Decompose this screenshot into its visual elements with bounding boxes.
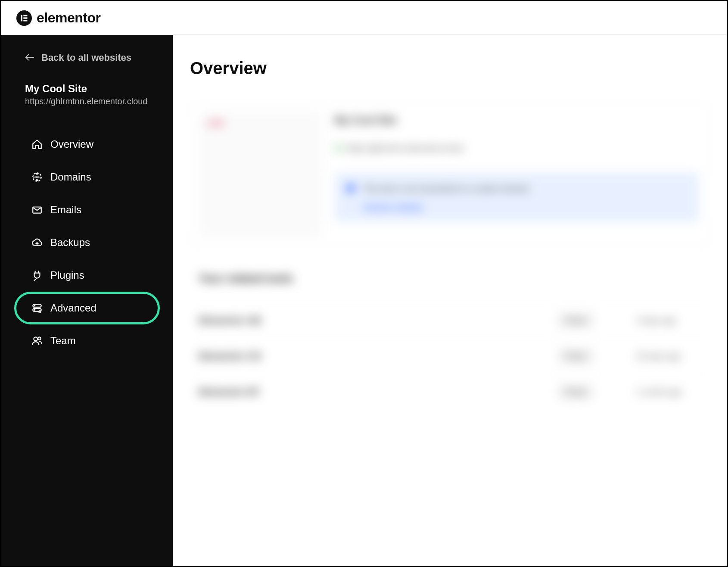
sidebar-item-advanced[interactable]: Advanced — [14, 292, 160, 324]
connect-domain-link[interactable]: Connect a domain — [363, 204, 529, 212]
sidebar-item-label: Emails — [50, 204, 81, 216]
logo-icon — [16, 10, 32, 26]
users-icon — [31, 335, 43, 346]
tool-time: 4 days ago — [636, 316, 701, 325]
brand-logo[interactable]: elementor — [16, 10, 100, 26]
sidebar-item-backups[interactable]: Backups — [14, 226, 160, 259]
sidebar-item-label: Backups — [50, 237, 90, 249]
card-site-url: https://ghlrmtnn.elementor.cloud — [347, 143, 463, 153]
lock-icon — [335, 144, 342, 152]
svg-point-10 — [34, 310, 35, 310]
site-info: My Cool Site https://ghlrmtnn.elementor.… — [1, 83, 173, 128]
sidebar-item-label: Team — [50, 335, 76, 347]
home-icon — [31, 139, 43, 150]
svg-rect-1 — [23, 15, 27, 16]
logo-text: elementor — [37, 10, 100, 26]
sidebar-item-overview[interactable]: Overview — [14, 128, 160, 161]
app-header: elementor — [1, 1, 727, 35]
notice-text: This site is not connected to a custom d… — [363, 183, 529, 195]
live-badge: LIVE — [207, 119, 224, 128]
sidebar-nav: Overview Domains Emails Backups — [1, 128, 173, 357]
cloud-icon — [31, 237, 43, 248]
server-icon — [31, 302, 43, 314]
tool-row: Elementor CD Plugin 20 days ago — [190, 338, 709, 374]
svg-rect-0 — [21, 15, 22, 21]
blurred-content: LIVE My Cool Site https://ghlrmtnn.eleme… — [190, 103, 709, 410]
arrow-left-icon — [25, 52, 34, 63]
back-to-websites-link[interactable]: Back to all websites — [1, 52, 173, 83]
sidebar-item-label: Domains — [50, 171, 91, 183]
tool-name: Elementor CD — [199, 351, 558, 362]
info-icon — [347, 184, 355, 192]
tool-time: 20 days ago — [636, 352, 701, 361]
main-content: Overview LIVE My Cool Site https://ghlrm… — [173, 35, 727, 566]
tool-badge: Plugin — [558, 349, 593, 364]
sidebar-item-emails[interactable]: Emails — [14, 193, 160, 226]
tool-row: Elementor EF Plugin 1 month ago — [190, 374, 709, 410]
tool-badge: Plugin — [558, 313, 593, 328]
svg-point-9 — [34, 305, 35, 306]
sidebar-item-team[interactable]: Team — [14, 324, 160, 357]
svg-rect-3 — [23, 20, 27, 21]
site-name: My Cool Site — [25, 83, 149, 95]
svg-point-13 — [38, 337, 41, 340]
sidebar-item-label: Advanced — [50, 302, 96, 314]
tool-time: 1 month ago — [636, 387, 701, 397]
sidebar-item-domains[interactable]: Domains — [14, 161, 160, 193]
sidebar-item-label: Plugins — [50, 269, 84, 281]
domain-notice: This site is not connected to a custom d… — [335, 172, 698, 222]
tool-name: Elementor AB — [199, 315, 558, 326]
tool-name: Elementor EF — [199, 386, 558, 398]
globe-icon — [31, 171, 43, 183]
site-overview-card: LIVE My Cool Site https://ghlrmtnn.eleme… — [190, 103, 709, 246]
sidebar-item-plugins[interactable]: Plugins — [14, 259, 160, 292]
plug-icon — [31, 270, 43, 281]
back-link-label: Back to all websites — [41, 52, 131, 63]
page-title: Overview — [190, 59, 709, 78]
site-url: https://ghlrmtnn.elementor.cloud — [25, 97, 149, 106]
site-preview: LIVE — [201, 114, 322, 235]
svg-point-12 — [34, 337, 37, 341]
card-site-url-row: https://ghlrmtnn.elementor.cloud — [335, 143, 698, 153]
section-title: Your related tools — [190, 272, 709, 285]
sidebar-item-label: Overview — [50, 138, 93, 150]
tool-badge: Plugin — [558, 385, 593, 399]
card-site-name: My Cool Site — [335, 114, 698, 126]
svg-rect-2 — [23, 17, 27, 19]
mail-icon — [31, 204, 43, 215]
sidebar: Back to all websites My Cool Site https:… — [1, 35, 173, 566]
tool-row: Elementor AB Plugin 4 days ago — [190, 302, 709, 338]
